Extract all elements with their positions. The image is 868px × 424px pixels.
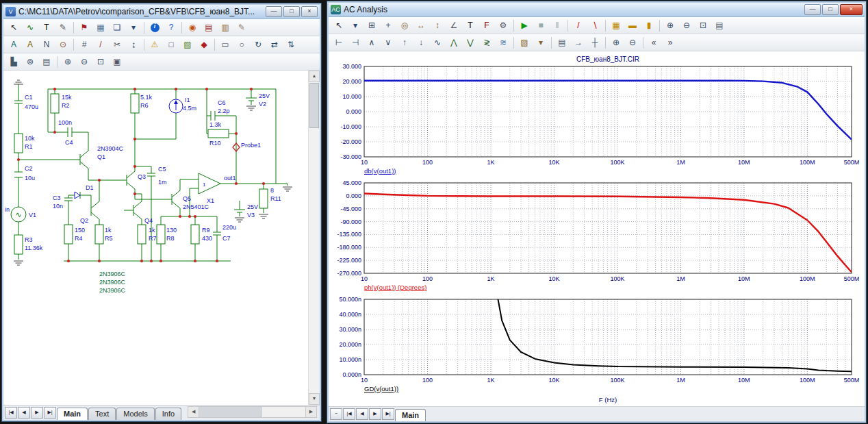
grid-text-icon[interactable]: A — [22, 37, 38, 53]
vscroll-thumb[interactable] — [309, 83, 319, 128]
cut-icon[interactable]: ✂ — [109, 37, 125, 53]
box-select-icon[interactable]: ▭ — [217, 37, 233, 53]
tab-nav-next[interactable]: ▶ — [31, 407, 43, 419]
prev-page-icon[interactable]: « — [646, 35, 662, 51]
hscroll-track[interactable] — [261, 407, 305, 417]
horizontal-axis-icon[interactable]: ▬ — [624, 18, 641, 34]
tab-main[interactable]: Main — [57, 408, 88, 420]
region-icon[interactable]: ▧ — [179, 37, 196, 53]
pause-icon[interactable]: ‖ — [549, 18, 565, 34]
tab-nav-next[interactable]: ▶ — [369, 408, 381, 420]
stop-icon[interactable]: ■ — [533, 18, 549, 34]
cursor-mode-icon[interactable]: + — [380, 18, 396, 34]
minimize-button[interactable]: — — [266, 6, 282, 17]
peak-icon[interactable]: ∧ — [363, 35, 380, 51]
text-tool-icon[interactable]: T — [38, 20, 55, 36]
pane-splitter[interactable]: − — [330, 408, 342, 420]
global-high-icon[interactable]: ⋀ — [446, 35, 462, 51]
tab-nav-last[interactable]: ▶| — [382, 408, 394, 420]
cross-area-icon[interactable]: # — [76, 37, 92, 53]
next-page-icon[interactable]: » — [662, 35, 678, 51]
zoom-window-icon[interactable]: ⊡ — [695, 18, 711, 34]
next-branch-icon[interactable]: ≷ — [478, 35, 495, 51]
close-button[interactable]: × — [301, 6, 318, 17]
probe-point-icon[interactable]: ◆ — [196, 37, 212, 53]
zoom-in-icon[interactable]: ⊕ — [608, 35, 624, 51]
run-icon[interactable]: ▶ — [516, 18, 533, 34]
scroll-up-button[interactable]: ▲ — [309, 71, 320, 82]
text-page-icon[interactable]: ▤ — [554, 35, 570, 51]
horizontal-tag-icon[interactable]: ↔ — [413, 18, 429, 34]
info-page-icon[interactable]: ▤ — [38, 54, 55, 70]
cursor-left-icon[interactable]: ⊢ — [331, 35, 347, 51]
select-icon[interactable]: ↖ — [331, 18, 347, 34]
schematic-hscrollbar[interactable]: ◀▶ — [188, 406, 317, 418]
tab-text[interactable]: Text — [88, 408, 116, 420]
ac-analysis-titlebar[interactable]: AC AC Analysis —□× — [329, 3, 865, 17]
go-to-x-icon[interactable]: → — [570, 35, 587, 51]
schematic-canvas[interactable]: ∿1C1470u15kR210kR1C210uinV1R311.36k100nC… — [3, 71, 310, 405]
slash-icon[interactable]: / — [92, 37, 109, 53]
tab-nav-first[interactable]: |◀ — [343, 408, 355, 420]
tab-models[interactable]: Models — [116, 408, 154, 420]
maximize-button[interactable]: □ — [283, 6, 300, 17]
tab-nav-last[interactable]: ▶| — [44, 407, 56, 419]
tab-main[interactable]: Main — [395, 409, 426, 421]
tab-nav-first[interactable]: |◀ — [5, 407, 17, 419]
wire-mode-icon[interactable]: ∿ — [22, 20, 38, 36]
curve-label-ph[interactable]: ph(v(out1)) (Degrees) — [364, 284, 426, 291]
inflection-icon[interactable]: ∿ — [429, 35, 446, 51]
curve-label-gd[interactable]: GD(v(out1)) — [364, 385, 398, 392]
help-icon[interactable]: ? — [163, 20, 179, 36]
clipboard-dropdown-icon[interactable]: ▾ — [533, 35, 549, 51]
schematic-titlebar[interactable]: V C:\MC11\DATA\Petrov\comparison_CFB&VFB… — [3, 5, 320, 19]
hscroll-thumb[interactable] — [199, 407, 261, 417]
minimize-button[interactable]: — — [804, 4, 821, 15]
low-icon[interactable]: ↓ — [413, 35, 429, 51]
picture-icon[interactable]: ▦ — [92, 20, 109, 36]
tab-nav-prev[interactable]: ◀ — [18, 407, 30, 419]
warning-icon[interactable]: ⚠ — [146, 37, 163, 53]
flip-horizontal-icon[interactable]: ⇄ — [266, 37, 283, 53]
zoom-out-icon[interactable]: ⊖ — [678, 18, 695, 34]
valley-icon[interactable]: ∨ — [380, 35, 396, 51]
circle-tool-icon[interactable]: ○ — [233, 37, 250, 53]
home-icon[interactable]: ◉ — [184, 20, 201, 36]
scroll-left-button[interactable]: ◀ — [188, 407, 199, 417]
vertical-tag-icon[interactable]: ↕ — [429, 18, 446, 34]
list-icon[interactable]: ▥ — [217, 20, 233, 36]
analysis-doc-icon[interactable]: ▤ — [201, 20, 217, 36]
tracker-icon[interactable]: ┼ — [587, 35, 603, 51]
blank-page-icon[interactable]: □ — [163, 37, 179, 53]
tab-info[interactable]: Info — [155, 408, 181, 420]
negative-slope-icon[interactable]: ∖ — [587, 18, 603, 34]
line-draw-icon[interactable]: ✎ — [55, 20, 71, 36]
edit-checklist-icon[interactable]: ▤ — [711, 18, 728, 34]
step-icon[interactable]: ↨ — [125, 37, 142, 53]
flag-icon[interactable]: ⚑ — [76, 20, 92, 36]
properties-icon[interactable]: ⚙ — [495, 18, 511, 34]
component-dropdown-icon[interactable]: ▾ — [125, 20, 142, 36]
select-icon[interactable]: ↖ — [5, 20, 22, 36]
attribute-text-icon[interactable]: A — [5, 37, 22, 53]
zoom-out-icon[interactable]: ⊖ — [76, 54, 92, 70]
find-component-icon[interactable]: ❏ — [109, 20, 125, 36]
global-low-icon[interactable]: ⋁ — [462, 35, 478, 51]
text-mode-icon[interactable]: T — [462, 18, 478, 34]
high-icon[interactable]: ↑ — [396, 35, 413, 51]
node-numbers-icon[interactable]: N — [38, 37, 55, 53]
pin-marker-icon[interactable]: ⊙ — [55, 37, 71, 53]
clipboard-icon[interactable]: ▨ — [516, 35, 533, 51]
plot-canvas[interactable]: CFB_юан8_BJT.CIR30.00020.00010.0000.000-… — [329, 53, 865, 406]
zoom-in-icon[interactable]: ⊕ — [60, 54, 76, 70]
graphics-dropdown-icon[interactable]: ▾ — [347, 18, 363, 34]
camera-icon[interactable]: ▣ — [109, 54, 125, 70]
scroll-right-button[interactable]: ▶ — [305, 407, 316, 417]
vertical-axis-icon[interactable]: ▮ — [641, 18, 657, 34]
zoom-out-icon[interactable]: ⊖ — [624, 35, 641, 51]
positive-slope-icon[interactable]: / — [570, 18, 587, 34]
curve-label-db[interactable]: db(v(out1)) — [364, 167, 396, 175]
zoom-in-icon[interactable]: ⊕ — [662, 18, 678, 34]
edit-notes-icon[interactable]: ✎ — [233, 20, 250, 36]
scroll-down-button[interactable]: ▼ — [309, 393, 320, 405]
